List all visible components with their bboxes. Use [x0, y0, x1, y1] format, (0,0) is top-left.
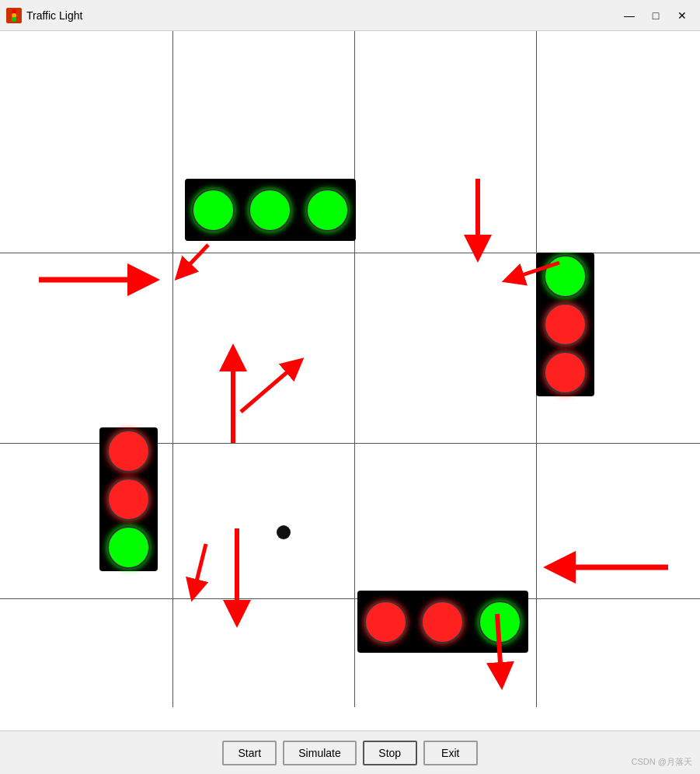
arrows-overlay: [0, 31, 700, 707]
minimize-button[interactable]: —: [618, 6, 641, 25]
light-bottom-2: [421, 601, 464, 643]
grid-line-v2: [354, 31, 355, 707]
light-top-3: [306, 189, 349, 232]
window-controls: — □ ✕: [618, 6, 694, 25]
svg-line-10: [241, 365, 295, 412]
light-bottom-3: [479, 601, 521, 643]
vehicle-dot: [277, 525, 291, 539]
light-bottom-1: [364, 601, 407, 643]
button-bar: Start Simulate Stop Exit CSDN @月落天: [0, 730, 700, 774]
traffic-light-right: [536, 253, 594, 396]
simulate-button[interactable]: Simulate: [283, 741, 356, 765]
grid-line-h1: [0, 253, 700, 253]
start-button[interactable]: Start: [222, 741, 277, 765]
light-left-1: [107, 430, 150, 472]
light-right-2: [544, 303, 587, 346]
maximize-button[interactable]: □: [644, 6, 667, 25]
simulation-canvas: [0, 31, 700, 743]
light-right-1: [544, 255, 587, 298]
light-left-2: [107, 478, 150, 521]
light-top-1: [192, 189, 235, 232]
close-button[interactable]: ✕: [670, 6, 694, 25]
svg-point-3: [12, 17, 16, 22]
svg-line-12: [194, 544, 206, 591]
exit-button[interactable]: Exit: [423, 741, 478, 765]
app-icon: [6, 8, 22, 23]
title-bar: Traffic Light — □ ✕: [0, 0, 700, 31]
traffic-light-bottom: [357, 591, 528, 653]
svg-line-6: [183, 245, 208, 272]
traffic-light-top: [185, 179, 356, 241]
traffic-light-left: [99, 427, 158, 571]
window-title: Traffic Light: [26, 9, 82, 22]
light-top-2: [249, 189, 291, 232]
watermark-text: CSDN @月落天: [632, 756, 692, 768]
grid-line-v1: [172, 31, 173, 707]
light-right-3: [544, 351, 587, 394]
grid-line-h3: [0, 598, 700, 599]
light-left-3: [107, 526, 150, 569]
stop-button[interactable]: Stop: [363, 741, 417, 765]
